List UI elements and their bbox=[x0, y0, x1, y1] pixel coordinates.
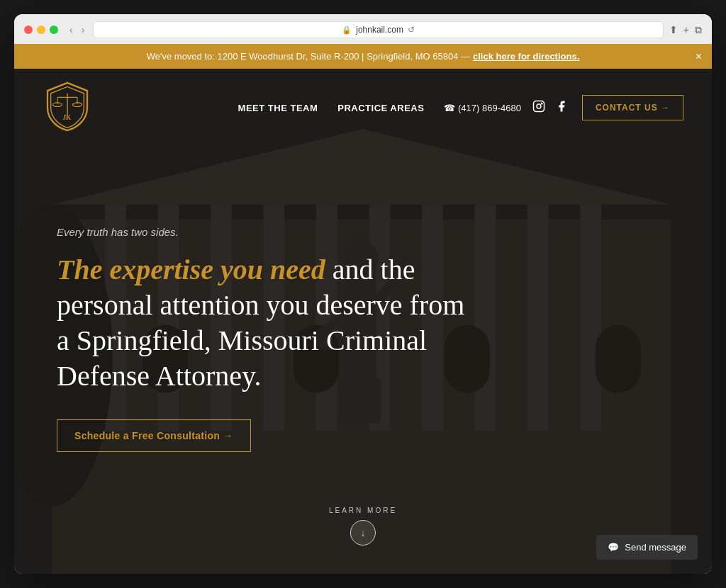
hero-heading: The expertise you need and the personal … bbox=[57, 252, 468, 394]
hero-section: JK MEET THE TEAM PRACTICE AREAS ☎ (417) … bbox=[14, 69, 712, 574]
down-arrow-icon: ↓ bbox=[361, 527, 366, 538]
instagram-icon[interactable] bbox=[532, 100, 545, 115]
url-text: johnkail.com bbox=[356, 25, 403, 35]
nav-social bbox=[532, 100, 568, 115]
new-tab-button[interactable]: + bbox=[683, 24, 689, 35]
contact-us-button[interactable]: CONTACT US → bbox=[582, 95, 683, 120]
nav-links: MEET THE TEAM PRACTICE AREAS ☎ (417) 869… bbox=[238, 101, 521, 114]
announcement-close-button[interactable]: × bbox=[696, 50, 702, 63]
reload-icon: ↺ bbox=[408, 25, 415, 35]
maximize-traffic-light[interactable] bbox=[50, 26, 58, 34]
send-message-label: Send message bbox=[625, 542, 686, 553]
navbar: JK MEET THE TEAM PRACTICE AREAS ☎ (417) … bbox=[14, 69, 712, 147]
browser-chrome: ‹ › 🔒 johnkail.com ↺ ⬆ + ⧉ bbox=[14, 14, 712, 44]
message-icon: 💬 bbox=[608, 542, 619, 553]
svg-text:JK: JK bbox=[62, 114, 72, 121]
hero-text-area: Every truth has two sides. The expertise… bbox=[14, 147, 510, 574]
svg-point-35 bbox=[537, 104, 541, 108]
traffic-lights bbox=[24, 26, 58, 34]
learn-more-label: LEARN MORE bbox=[329, 507, 397, 514]
close-traffic-light[interactable] bbox=[24, 26, 33, 34]
forward-button[interactable]: › bbox=[79, 23, 88, 37]
minimize-traffic-light[interactable] bbox=[37, 26, 45, 34]
phone-number: ☎ (417) 869-4680 bbox=[444, 103, 521, 113]
learn-more-section: LEARN MORE ↓ bbox=[329, 507, 397, 545]
share-button[interactable]: ⬆ bbox=[669, 24, 678, 35]
schedule-consultation-button[interactable]: Schedule a Free Consultation → bbox=[57, 419, 251, 452]
browser-nav-buttons: ‹ › bbox=[67, 23, 87, 37]
tabs-button[interactable]: ⧉ bbox=[695, 24, 702, 36]
send-message-widget[interactable]: 💬 Send message bbox=[596, 535, 698, 560]
practice-areas-link[interactable]: PRACTICE AREAS bbox=[337, 103, 424, 113]
svg-point-36 bbox=[541, 103, 542, 104]
announcement-link[interactable]: click here for directions. bbox=[473, 51, 579, 62]
back-button[interactable]: ‹ bbox=[67, 23, 76, 37]
website: We've moved to: 1200 E Woodhurst Dr, Sui… bbox=[14, 44, 712, 574]
learn-more-button[interactable]: ↓ bbox=[350, 520, 376, 545]
hero-content: JK MEET THE TEAM PRACTICE AREAS ☎ (417) … bbox=[14, 69, 712, 574]
lock-icon: 🔒 bbox=[342, 26, 352, 35]
facebook-icon[interactable] bbox=[555, 100, 568, 115]
announcement-text: We've moved to: 1200 E Woodhurst Dr, Sui… bbox=[147, 51, 470, 62]
svg-rect-34 bbox=[533, 101, 544, 112]
announcement-bar: We've moved to: 1200 E Woodhurst Dr, Sui… bbox=[14, 44, 712, 69]
logo[interactable]: JK bbox=[43, 81, 92, 134]
hero-subheading: Every truth has two sides. bbox=[57, 226, 468, 238]
meet-team-link[interactable]: MEET THE TEAM bbox=[238, 103, 318, 113]
browser-window: ‹ › 🔒 johnkail.com ↺ ⬆ + ⧉ We've moved t… bbox=[14, 14, 712, 574]
hero-heading-italic: The expertise you need bbox=[57, 254, 325, 285]
address-bar[interactable]: 🔒 johnkail.com ↺ bbox=[93, 21, 663, 38]
browser-actions: ⬆ + ⧉ bbox=[669, 24, 702, 36]
